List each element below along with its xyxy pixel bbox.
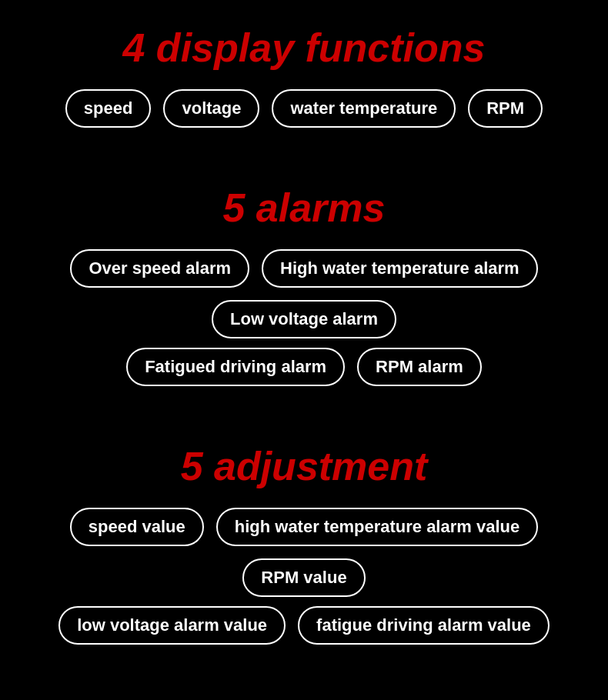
adjustment-tags-row-2: low voltage alarm value fatigue driving …	[43, 606, 565, 645]
tag-high-water-temperature-alarm-value: high water temperature alarm value	[216, 508, 538, 546]
alarms-title: 5 alarms	[222, 185, 385, 231]
display-functions-title: 4 display functions	[123, 25, 486, 71]
tag-voltage: voltage	[163, 89, 259, 128]
page-container: 4 display functions speed voltage water …	[0, 0, 608, 700]
tag-rpm-value: RPM value	[242, 558, 365, 597]
alarms-tags-row-2: Fatigued driving alarm RPM alarm	[111, 348, 497, 386]
adjustment-title: 5 adjustment	[181, 443, 428, 489]
tag-water-temperature: water temperature	[272, 89, 456, 128]
tag-high-water-temperature-alarm: High water temperature alarm	[262, 249, 538, 288]
tag-low-voltage-alarm: Low voltage alarm	[212, 300, 396, 338]
tag-speed-value: speed value	[70, 508, 204, 546]
alarms-section: 5 alarms Over speed alarm High water tem…	[0, 160, 608, 395]
adjustment-section: 5 adjustment speed value high water temp…	[0, 418, 608, 654]
tag-fatigued-driving-alarm: Fatigued driving alarm	[126, 348, 345, 386]
display-functions-section: 4 display functions speed voltage water …	[0, 0, 608, 137]
tag-speed: speed	[65, 89, 152, 128]
tag-over-speed-alarm: Over speed alarm	[70, 249, 249, 288]
display-functions-tags-row-1: speed voltage water temperature RPM	[50, 89, 558, 128]
alarms-tags-row-1: Over speed alarm High water temperature …	[0, 249, 608, 338]
tag-rpm: RPM	[468, 89, 543, 128]
adjustment-tags-row-1: speed value high water temperature alarm…	[0, 508, 608, 597]
tag-fatigue-driving-alarm-value: fatigue driving alarm value	[298, 606, 550, 645]
tag-low-voltage-alarm-value: low voltage alarm value	[58, 606, 286, 645]
tag-rpm-alarm: RPM alarm	[357, 348, 482, 386]
